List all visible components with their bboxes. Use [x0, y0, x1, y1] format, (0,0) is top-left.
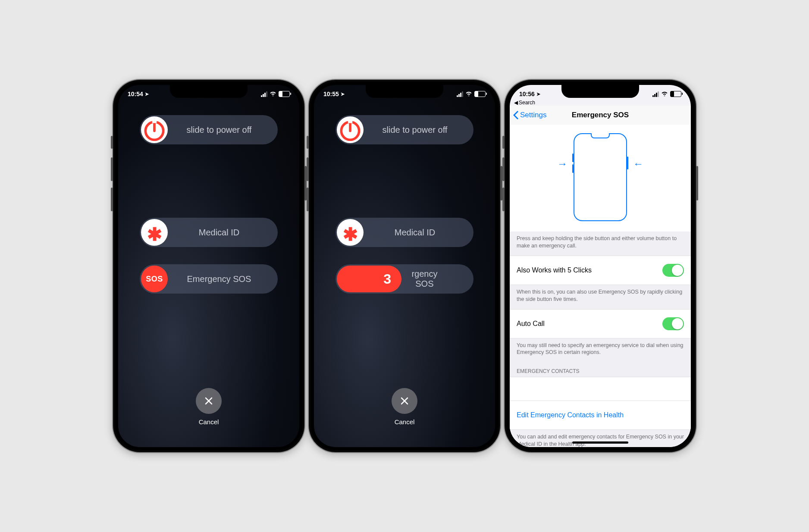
nav-title: Emergency SOS	[572, 111, 629, 119]
back-to-search[interactable]: ◀ Search	[514, 100, 535, 106]
instruction-diagram: → ←	[510, 125, 691, 232]
sos-icon[interactable]: SOS	[141, 266, 168, 292]
status-time: 10:55	[323, 91, 339, 97]
cancel-label: Cancel	[199, 418, 219, 426]
edit-contacts-link[interactable]: Edit Emergency Contacts in Health	[510, 401, 691, 430]
phone-frame-1: 10:54 ➤ slide to p	[113, 80, 304, 452]
contacts-header: EMERGENCY CONTACTS	[510, 362, 691, 377]
cancel-label: Cancel	[395, 418, 415, 426]
contacts-footer: You can add and edit emergency contacts …	[510, 430, 691, 447]
emergency-sos-label: Emergency SOS	[169, 274, 278, 284]
battery-icon	[670, 91, 681, 97]
signal-icon	[652, 91, 659, 97]
asterisk-icon[interactable]: ✱	[141, 219, 168, 246]
asterisk-icon[interactable]: ✱	[337, 219, 364, 246]
power-icon[interactable]	[141, 116, 168, 143]
notch	[366, 85, 443, 98]
power-off-slider[interactable]: slide to power off	[140, 115, 278, 144]
emergency-sos-slider[interactable]: SOS Emergency SOS	[140, 264, 278, 294]
power-off-slider[interactable]: slide to power off	[336, 115, 473, 144]
five-clicks-row[interactable]: Also Works with 5 Clicks	[510, 256, 691, 285]
medical-id-label: Medical ID	[365, 228, 473, 238]
wifi-icon	[465, 91, 472, 97]
status-time: 10:56	[519, 91, 535, 97]
svg-rect-5	[348, 119, 352, 123]
emergency-sos-slider[interactable]: 3 rgency SOS	[336, 264, 473, 294]
medical-id-label: Medical ID	[169, 228, 278, 238]
signal-icon	[261, 91, 267, 97]
location-icon: ➤	[536, 91, 540, 97]
emergency-sos-label-partial: rgency SOS	[403, 269, 455, 289]
sos-countdown-knob[interactable]: 3	[337, 266, 401, 292]
power-off-label: slide to power off	[169, 125, 278, 135]
medical-id-slider[interactable]: ✱ Medical ID	[140, 218, 278, 247]
auto-call-row[interactable]: Auto Call	[510, 309, 691, 338]
arrow-left-icon: →	[557, 158, 568, 170]
wifi-icon	[270, 91, 276, 97]
phone-frame-2: 10:55 ➤ slide to p	[309, 80, 500, 452]
location-icon: ➤	[145, 91, 149, 97]
five-clicks-toggle[interactable]	[662, 264, 684, 277]
cancel-button[interactable]	[196, 388, 222, 414]
home-indicator[interactable]	[572, 441, 628, 444]
battery-icon	[474, 91, 486, 97]
signal-icon	[457, 91, 463, 97]
nav-bar: Settings Emergency SOS	[510, 106, 691, 125]
svg-rect-2	[152, 119, 157, 123]
status-time: 10:54	[128, 91, 143, 97]
cancel-button[interactable]	[392, 388, 417, 414]
auto-call-footer: You may still need to specify an emergen…	[510, 338, 691, 363]
diagram-footer: Press and keep holding the side button a…	[510, 232, 691, 256]
location-icon: ➤	[341, 91, 345, 97]
notch	[561, 85, 639, 98]
arrow-right-icon: ←	[633, 158, 643, 170]
phone-frame-3: 10:56 ➤ ◀ Search Settings Emergency S	[505, 80, 696, 452]
power-icon[interactable]	[337, 116, 364, 143]
notch	[170, 85, 248, 98]
medical-id-slider[interactable]: ✱ Medical ID	[336, 218, 473, 247]
battery-icon	[279, 91, 290, 97]
nav-back-button[interactable]: Settings	[513, 111, 546, 119]
wifi-icon	[661, 91, 668, 97]
power-off-label: slide to power off	[365, 125, 473, 135]
five-clicks-footer: When this is on, you can also use Emerge…	[510, 285, 691, 309]
auto-call-toggle[interactable]	[662, 317, 684, 330]
empty-contact-row	[510, 377, 691, 401]
